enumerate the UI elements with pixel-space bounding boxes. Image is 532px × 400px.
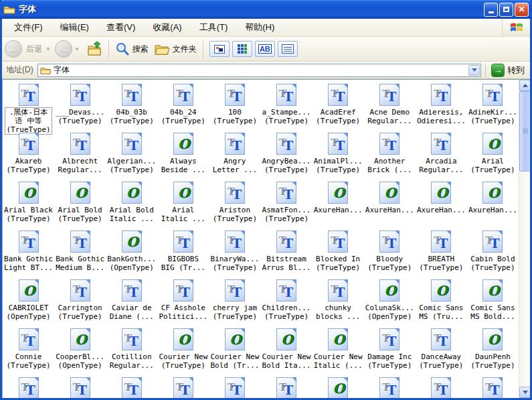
font-item-label: Bank GothicMedium B... bbox=[56, 255, 104, 272]
font-item[interactable]: TT ArcadiaRegular... bbox=[416, 131, 467, 180]
font-item[interactable]: TT AnimalPl...(TrueType) bbox=[313, 131, 364, 180]
vertical-scrollbar[interactable] bbox=[519, 80, 530, 398]
font-item[interactable]: O Courier NewBold (Tr... bbox=[209, 327, 260, 376]
close-button[interactable]: ✕ bbox=[515, 3, 529, 17]
font-item[interactable]: TT AngryBea...(TrueType) bbox=[260, 131, 312, 180]
font-item[interactable]: TT Caviar deDiane (... bbox=[106, 278, 157, 327]
font-item[interactable]: O bbox=[313, 376, 364, 398]
font-item[interactable]: TT Acne DemoRegular... bbox=[364, 82, 416, 131]
menu-item[interactable]: 帮助(H) bbox=[237, 19, 282, 36]
menu-item[interactable]: 工具(T) bbox=[191, 19, 236, 36]
truetype-file-icon: TT bbox=[328, 133, 348, 155]
font-item[interactable]: O BankGoth...(OpenType) bbox=[106, 229, 157, 278]
font-item[interactable]: TT chunkyblocks ... bbox=[313, 278, 364, 327]
font-item[interactable]: TT Damage Inc(TrueType) bbox=[364, 327, 416, 376]
font-item[interactable]: TT .黑体-日本语 中等(TrueType) bbox=[3, 82, 54, 131]
menu-item[interactable]: 编辑(E) bbox=[52, 19, 97, 36]
font-item[interactable]: TT bbox=[209, 376, 260, 398]
font-item[interactable]: TT Connie(TrueType) bbox=[3, 327, 54, 376]
font-item[interactable]: O AxureHan... bbox=[364, 180, 416, 229]
font-item[interactable]: TT Bank GothicLight BT... bbox=[3, 229, 54, 278]
font-item-label: AngryBea...(TrueType) bbox=[262, 157, 311, 174]
font-item[interactable]: TT a_Stampe...(TrueType) bbox=[260, 82, 312, 131]
scroll-up-button[interactable] bbox=[519, 80, 530, 91]
view-details-button[interactable] bbox=[278, 41, 298, 57]
font-item[interactable]: O CABRIOLET(OpenType) bbox=[3, 278, 54, 327]
address-dropdown-button[interactable] bbox=[468, 65, 480, 76]
font-item[interactable]: TT bbox=[157, 376, 209, 398]
font-item[interactable]: TT cherry jam(TrueType) bbox=[209, 278, 260, 327]
font-item[interactable]: TT bbox=[54, 376, 106, 398]
font-item[interactable]: O Courier NewBold Ita... bbox=[260, 327, 312, 376]
font-item[interactable]: TT Blocked In(TrueType) bbox=[313, 229, 364, 278]
font-item[interactable]: TT Cabin Bold(TrueType) bbox=[467, 229, 519, 278]
font-item[interactable]: TT AcadEref(TrueType) bbox=[313, 82, 364, 131]
back-button[interactable]: ← bbox=[5, 40, 22, 58]
forward-button[interactable]: → bbox=[55, 40, 72, 58]
up-button[interactable] bbox=[84, 40, 105, 58]
menu-item[interactable]: 文件(F) bbox=[6, 19, 51, 36]
font-item[interactable]: TT bbox=[467, 376, 519, 398]
font-item[interactable]: O AxureHan... bbox=[467, 180, 519, 229]
font-item[interactable]: O Courier NewItalic (... bbox=[313, 327, 364, 376]
view-ab-button[interactable]: AB bbox=[255, 41, 275, 57]
font-item[interactable]: TT AlbrechtRegular... bbox=[54, 131, 106, 180]
font-item[interactable]: TT Children...(TrueType) bbox=[260, 278, 312, 327]
scroll-down-button[interactable] bbox=[519, 387, 530, 398]
font-item[interactable]: O DaunPenh(TrueType) bbox=[467, 327, 519, 376]
font-item[interactable]: TT bbox=[364, 376, 416, 398]
forward-dropdown-icon[interactable]: ▼ bbox=[74, 46, 80, 52]
view-thumbnails-button[interactable] bbox=[209, 41, 230, 57]
font-item[interactable]: TT bbox=[260, 376, 312, 398]
font-item[interactable]: O Arial(TrueType) bbox=[467, 131, 519, 180]
minimize-button[interactable] bbox=[484, 3, 498, 17]
scrollbar-thumb[interactable] bbox=[519, 91, 530, 172]
go-button[interactable]: → bbox=[491, 64, 505, 77]
font-item[interactable]: TT 04b_24(TrueType) bbox=[157, 82, 209, 131]
font-item[interactable]: O AlwaysBeside ... bbox=[157, 131, 209, 180]
font-item[interactable]: O Arial BoldItalic ... bbox=[106, 180, 157, 229]
font-item[interactable]: O ArialItalic ... bbox=[157, 180, 209, 229]
font-item[interactable]: TT AngryLetter ... bbox=[209, 131, 260, 180]
view-icons-button[interactable] bbox=[232, 41, 252, 57]
font-item[interactable]: O Arial Black(TrueType) bbox=[3, 180, 54, 229]
font-item[interactable]: TT Carrington(TrueType) bbox=[54, 278, 106, 327]
font-item[interactable]: O Comic SansMS (Tru... bbox=[416, 278, 467, 327]
menu-item[interactable]: 查看(V) bbox=[98, 19, 143, 36]
font-item[interactable]: O AxureHan... bbox=[313, 180, 364, 229]
font-item[interactable]: TT Ariston(TrueType) bbox=[209, 180, 260, 229]
font-item[interactable]: TT CF AssholePolitici... bbox=[157, 278, 209, 327]
font-item[interactable]: TT 04b_03b(TrueType) bbox=[106, 82, 157, 131]
font-item[interactable]: TT Bank GothicMedium B... bbox=[54, 229, 106, 278]
font-item[interactable]: O Comic SansMS Bold... bbox=[467, 278, 519, 327]
font-item[interactable]: O ColunaSk...(OpenType) bbox=[364, 278, 416, 327]
font-item[interactable]: O Courier New(TrueType) bbox=[157, 327, 209, 376]
font-item[interactable]: O Arial Bold(TrueType) bbox=[54, 180, 106, 229]
maximize-button[interactable] bbox=[499, 3, 513, 17]
font-item[interactable]: TT Adieresis,Odieresi... bbox=[416, 82, 467, 131]
font-item[interactable]: O AxureHan... bbox=[416, 180, 467, 229]
font-item[interactable]: TT Bloody(TrueType) bbox=[364, 229, 416, 278]
font-item[interactable]: TT bbox=[416, 376, 467, 398]
font-item[interactable]: TT Akareb(TrueType) bbox=[3, 131, 54, 180]
font-item[interactable]: TT bbox=[106, 376, 157, 398]
font-item[interactable]: TT BitstreamArrus Bl... bbox=[260, 229, 312, 278]
font-item[interactable]: TT BREATH(TrueType) bbox=[416, 229, 467, 278]
font-item[interactable]: TT Algerian...(TrueType) bbox=[106, 131, 157, 180]
menu-item[interactable]: 收藏(A) bbox=[145, 19, 189, 36]
back-dropdown-icon[interactable]: ▼ bbox=[46, 46, 51, 52]
font-item[interactable]: TT CotillionRegular... bbox=[106, 327, 157, 376]
address-input[interactable]: 字体 bbox=[37, 64, 481, 77]
font-item[interactable]: TT AsmatFon...(TrueType) bbox=[260, 180, 312, 229]
search-button[interactable]: 搜索 bbox=[112, 40, 151, 58]
folders-button[interactable]: 文件夹 bbox=[151, 40, 199, 58]
font-item[interactable]: TT AnotherBrick (... bbox=[364, 131, 416, 180]
font-item[interactable]: TT AdineKir...(TrueType) bbox=[467, 82, 519, 131]
font-item[interactable]: TT BIGBOBSBIG (Tr... bbox=[157, 229, 209, 278]
font-item[interactable]: TT 100(TrueType) bbox=[209, 82, 260, 131]
font-item[interactable]: TT bbox=[3, 376, 54, 398]
font-item[interactable]: TT DanceAway(TrueType) bbox=[416, 327, 467, 376]
font-item[interactable]: O CooperBl...(OpenType) bbox=[54, 327, 106, 376]
font-item[interactable]: TT BinaryWa...(TrueType) bbox=[209, 229, 260, 278]
font-item[interactable]: TT ___Devas...(TrueType) bbox=[54, 82, 106, 131]
